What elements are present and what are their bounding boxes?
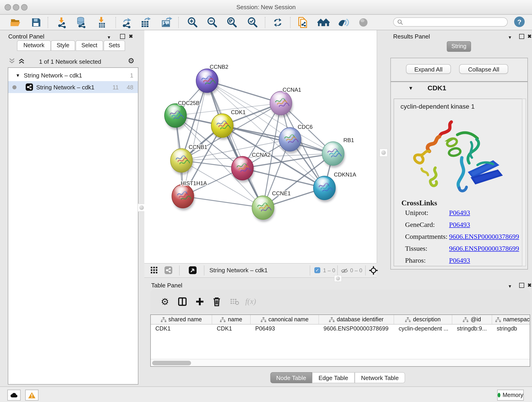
clone-network-icon[interactable] bbox=[297, 16, 309, 29]
graph-node-cdkn1a[interactable]: CDKN1A bbox=[313, 172, 356, 202]
table-horizontal-scrollbar[interactable] bbox=[151, 359, 530, 367]
network-view-string-icon[interactable] bbox=[165, 266, 172, 274]
table-panel-close-icon[interactable]: ✖ bbox=[527, 282, 532, 288]
apply-style-refresh-icon[interactable] bbox=[271, 16, 284, 29]
neighborhood-houses-icon[interactable] bbox=[317, 16, 330, 29]
memory-button[interactable]: Memory bbox=[497, 390, 524, 401]
graph-edge[interactable] bbox=[207, 81, 263, 208]
show-hide-graphics-details-icon[interactable] bbox=[337, 16, 350, 29]
delete-column-icon[interactable] bbox=[211, 296, 222, 307]
control-panel-close-icon[interactable]: ✖ bbox=[129, 33, 133, 39]
tab-sets[interactable]: Sets bbox=[104, 40, 125, 51]
table-cell[interactable]: stringdb:9... bbox=[452, 325, 492, 333]
save-session-icon[interactable] bbox=[30, 16, 43, 29]
search-input[interactable] bbox=[403, 18, 497, 26]
open-in-window-icon[interactable] bbox=[189, 266, 196, 274]
zoom-selected-icon[interactable] bbox=[246, 16, 259, 29]
tab-select[interactable]: Select bbox=[76, 40, 103, 51]
column-header[interactable]: description bbox=[394, 315, 452, 324]
network-collection-row[interactable]: ▼ String Network – cdk1 1 bbox=[8, 69, 138, 81]
table-cell[interactable]: 9606.ENSP00000378699 bbox=[319, 325, 394, 333]
control-panel-menu-icon[interactable]: ▾ bbox=[108, 34, 110, 40]
table-cell[interactable]: cyclin-dependent ... bbox=[394, 325, 452, 333]
graph-node-ccna1[interactable]: CCNA1 bbox=[270, 87, 301, 117]
table-cell[interactable]: CDK1 bbox=[151, 325, 212, 333]
export-table-icon[interactable] bbox=[139, 16, 152, 29]
graph-node-hist1h1a[interactable]: HIST1H1A bbox=[172, 180, 207, 211]
control-panel-float-icon[interactable] bbox=[120, 34, 125, 39]
node-table[interactable]: shared namenamecanonical namedatabase id… bbox=[150, 314, 530, 367]
network-options-gear-icon[interactable]: ⚙ bbox=[128, 56, 134, 65]
tab-network[interactable]: Network bbox=[17, 40, 51, 51]
tab-network-table[interactable]: Network Table bbox=[355, 372, 405, 383]
expand-all-button[interactable]: Expand All bbox=[406, 64, 451, 74]
collapse-all-button[interactable]: Collapse All bbox=[459, 64, 508, 74]
crosslink-link[interactable]: 9606.ENSP00000378699 bbox=[449, 245, 519, 253]
tab-style[interactable]: Style bbox=[51, 40, 75, 51]
results-panel: Results Panel ▾ ✖ String Expand All Coll… bbox=[387, 30, 532, 281]
column-header[interactable]: database identifier bbox=[319, 315, 394, 324]
show-columns-icon[interactable] bbox=[177, 296, 188, 307]
collection-expander-icon[interactable]: ▼ bbox=[16, 73, 20, 78]
column-header[interactable]: @id bbox=[452, 315, 492, 324]
crosslink-link[interactable]: P06493 bbox=[449, 257, 470, 264]
export-image-icon[interactable] bbox=[160, 16, 173, 29]
bird-eye-view-icon[interactable] bbox=[357, 16, 370, 29]
results-entry-box: ▼ CDK1 cyclin-dependent kinase 1 bbox=[390, 82, 528, 269]
crosslink-link[interactable]: P06493 bbox=[449, 209, 470, 217]
table-options-gear-icon[interactable]: ⚙ bbox=[159, 296, 171, 307]
graph-edge[interactable] bbox=[183, 196, 263, 208]
grid-view-icon[interactable] bbox=[151, 267, 158, 275]
column-header[interactable]: name bbox=[212, 315, 251, 324]
graph-edge[interactable] bbox=[183, 81, 207, 196]
collection-count: 1 bbox=[130, 72, 133, 79]
graph-node-label: CCNB2 bbox=[210, 64, 228, 70]
table-panel-menu-icon[interactable]: ▾ bbox=[509, 283, 511, 289]
zoom-in-icon[interactable] bbox=[186, 16, 199, 29]
results-panel-float-icon[interactable] bbox=[519, 34, 524, 39]
cloud-status-button[interactable] bbox=[7, 390, 21, 401]
table-cell[interactable]: CDK1 bbox=[212, 325, 251, 333]
entry-description: cyclin-dependent kinase 1 bbox=[400, 103, 475, 110]
search-box[interactable] bbox=[393, 17, 508, 27]
selected-nodes-checkbox[interactable]: ✓ bbox=[314, 267, 320, 273]
open-session-icon[interactable] bbox=[9, 16, 22, 29]
table-cell[interactable]: stringdb bbox=[492, 325, 530, 333]
column-header[interactable]: shared name bbox=[151, 315, 212, 324]
graph-node-ccne1[interactable]: CCNE1 bbox=[252, 190, 291, 222]
import-table-file-icon[interactable] bbox=[95, 16, 108, 29]
crosslink-label: Tissues: bbox=[405, 245, 449, 253]
graph-node-cdk1[interactable]: CDK1 bbox=[211, 109, 246, 140]
network-edge-count: 48 bbox=[127, 84, 133, 90]
entry-expander-icon[interactable]: ▼ bbox=[408, 85, 413, 91]
table-cell[interactable]: P06493 bbox=[251, 325, 319, 333]
zoom-out-icon[interactable] bbox=[206, 16, 219, 29]
column-header[interactable]: canonical name bbox=[251, 315, 319, 324]
results-panel-menu-icon[interactable]: ▾ bbox=[509, 34, 511, 40]
table-panel-float-icon[interactable] bbox=[519, 283, 524, 288]
export-network-icon[interactable] bbox=[120, 16, 133, 29]
crosslink-link[interactable]: 9606.ENSP00000378699 bbox=[449, 233, 519, 241]
graph-node-cdc25b[interactable]: CDC25B bbox=[165, 100, 200, 130]
create-column-icon[interactable] bbox=[194, 296, 205, 307]
right-splitter-handle[interactable] bbox=[380, 148, 388, 157]
import-network-database-icon[interactable] bbox=[75, 16, 88, 29]
table-row[interactable]: CDK1CDK1P064939606.ENSP00000378699cyclin… bbox=[151, 325, 530, 333]
warning-status-button[interactable] bbox=[25, 390, 38, 401]
tab-node-table[interactable]: Node Table bbox=[270, 372, 312, 383]
tab-edge-table[interactable]: Edge Table bbox=[312, 372, 355, 383]
tab-string-results[interactable]: String bbox=[447, 41, 471, 52]
graph-node-rb1[interactable]: RB1 bbox=[322, 137, 354, 168]
crosslink-label: Pharos: bbox=[405, 257, 449, 264]
import-network-file-icon[interactable] bbox=[56, 16, 68, 29]
help-button[interactable]: ? bbox=[514, 17, 525, 27]
column-header[interactable]: namespac bbox=[492, 315, 530, 324]
network-view-canvas[interactable]: CCNB2CCNA1CDC25BCDK1CDC6RB1CCNB1CCNA2CDK… bbox=[144, 30, 377, 263]
fit-content-crosshair-icon[interactable] bbox=[369, 266, 378, 277]
results-vertical-scrollbar[interactable] bbox=[522, 99, 526, 266]
results-panel-close-icon[interactable]: ✖ bbox=[527, 33, 532, 39]
network-row-selected[interactable]: String Network – cdk1 11 48 bbox=[8, 81, 138, 93]
crosslink-link[interactable]: P06493 bbox=[449, 221, 470, 229]
zoom-fit-icon[interactable] bbox=[225, 16, 238, 29]
collection-label: String Network – cdk1 bbox=[24, 72, 82, 79]
